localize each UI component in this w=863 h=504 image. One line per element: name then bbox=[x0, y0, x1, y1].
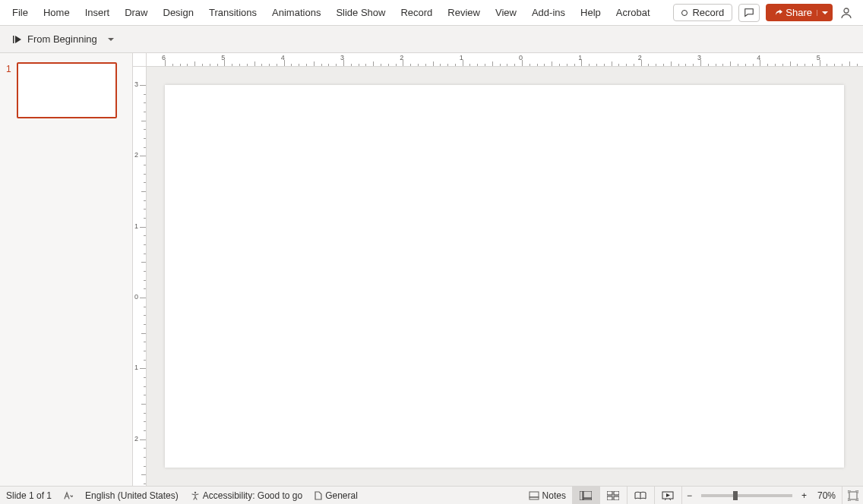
tag-icon bbox=[315, 491, 322, 500]
tab-transitions[interactable]: Transitions bbox=[201, 0, 264, 26]
tab-insert[interactable]: Insert bbox=[77, 0, 118, 26]
accessibility-icon bbox=[191, 491, 200, 500]
status-language[interactable]: English (United States) bbox=[79, 487, 185, 505]
svg-rect-11 bbox=[614, 496, 619, 500]
tab-slideshow[interactable]: Slide Show bbox=[328, 0, 393, 26]
notes-label: Notes bbox=[542, 490, 566, 501]
fit-to-window-button[interactable] bbox=[842, 487, 863, 505]
notes-icon bbox=[529, 491, 539, 500]
record-button[interactable]: Record bbox=[673, 4, 732, 21]
reading-view-button[interactable] bbox=[627, 487, 654, 505]
status-bar: Slide 1 of 1 English (United States) Acc… bbox=[0, 486, 863, 504]
svg-rect-7 bbox=[583, 499, 592, 500]
status-slide-info: Slide 1 of 1 bbox=[0, 487, 58, 505]
svg-rect-4 bbox=[529, 497, 539, 499]
svg-rect-10 bbox=[607, 496, 612, 500]
normal-view-button[interactable] bbox=[572, 487, 599, 505]
tab-review[interactable]: Review bbox=[440, 0, 488, 26]
comments-button[interactable] bbox=[738, 4, 760, 22]
slide-thumbnail-1[interactable] bbox=[17, 62, 117, 118]
horizontal-ruler[interactable]: 6543210123456 bbox=[147, 53, 863, 67]
zoom-in-button[interactable]: + bbox=[797, 487, 811, 505]
slideshow-view-button[interactable] bbox=[654, 487, 681, 505]
zoom-slider[interactable] bbox=[701, 494, 792, 497]
ribbon-right: Record Share bbox=[673, 4, 858, 22]
tab-help[interactable]: Help bbox=[573, 0, 609, 26]
chevron-down-icon bbox=[108, 36, 114, 43]
tab-animations[interactable]: Animations bbox=[264, 0, 328, 26]
content-area: 1 6543210123456 3210123 bbox=[0, 53, 863, 486]
from-beginning-dropdown[interactable] bbox=[103, 33, 119, 46]
account-button[interactable] bbox=[839, 5, 854, 20]
slide-edit-area: 6543210123456 3210123 bbox=[133, 53, 863, 486]
record-dot-icon bbox=[681, 10, 688, 16]
tab-view[interactable]: View bbox=[488, 0, 524, 26]
svg-point-2 bbox=[194, 491, 196, 493]
svg-rect-5 bbox=[580, 491, 583, 500]
fit-icon bbox=[848, 490, 858, 501]
tab-record[interactable]: Record bbox=[393, 0, 440, 26]
vertical-ruler[interactable]: 3210123 bbox=[133, 67, 147, 486]
person-icon bbox=[840, 7, 852, 19]
svg-rect-8 bbox=[607, 491, 612, 495]
status-accessibility[interactable]: Accessibility: Good to go bbox=[185, 487, 308, 505]
slide-sorter-button[interactable] bbox=[599, 487, 627, 505]
zoom-slider-thumb[interactable] bbox=[733, 491, 738, 500]
spellcheck-icon bbox=[64, 491, 73, 500]
reading-view-icon bbox=[634, 491, 646, 500]
ruler-corner bbox=[133, 53, 147, 67]
svg-rect-6 bbox=[583, 491, 592, 498]
tab-home[interactable]: Home bbox=[36, 0, 77, 26]
zoom-out-button[interactable]: − bbox=[681, 487, 697, 505]
status-spellcheck[interactable] bbox=[58, 487, 79, 505]
slide-thumb-wrap: 1 bbox=[6, 62, 126, 118]
share-icon bbox=[773, 8, 782, 17]
share-button[interactable]: Share bbox=[766, 4, 833, 21]
slide-thumbnail-pane: 1 bbox=[0, 53, 133, 486]
from-beginning-button[interactable]: From Beginning bbox=[6, 30, 103, 48]
tab-file[interactable]: File bbox=[5, 0, 36, 26]
record-button-label: Record bbox=[692, 7, 724, 18]
ribbon-tabs: File Home Insert Draw Design Transitions… bbox=[0, 0, 863, 26]
view-buttons bbox=[572, 487, 681, 505]
svg-rect-9 bbox=[614, 491, 619, 495]
tab-draw[interactable]: Draw bbox=[117, 0, 155, 26]
normal-view-icon bbox=[580, 491, 592, 500]
slide-canvas[interactable] bbox=[165, 85, 844, 468]
svg-rect-3 bbox=[529, 492, 539, 497]
slideshow-icon bbox=[662, 491, 674, 500]
share-dropdown[interactable] bbox=[817, 10, 828, 16]
zoom-percent[interactable]: 70% bbox=[811, 487, 842, 505]
tab-addins[interactable]: Add-ins bbox=[524, 0, 573, 26]
svg-rect-1 bbox=[13, 36, 14, 43]
status-sensitivity[interactable]: General bbox=[308, 487, 364, 505]
tab-design[interactable]: Design bbox=[156, 0, 201, 26]
chevron-down-icon bbox=[822, 10, 828, 16]
slide-sorter-icon bbox=[607, 491, 619, 500]
play-from-start-icon bbox=[12, 34, 23, 45]
status-accessibility-label: Accessibility: Good to go bbox=[203, 490, 302, 501]
svg-point-0 bbox=[844, 8, 849, 13]
comment-icon bbox=[744, 8, 754, 18]
ribbon-toolbar: From Beginning bbox=[0, 26, 863, 53]
notes-button[interactable]: Notes bbox=[523, 487, 572, 505]
from-beginning-label: From Beginning bbox=[27, 33, 97, 45]
svg-rect-15 bbox=[849, 492, 857, 499]
share-button-label: Share bbox=[786, 7, 812, 18]
slide-thumb-number: 1 bbox=[6, 62, 14, 118]
status-right: Notes − + 70% bbox=[523, 487, 863, 505]
status-sensitivity-label: General bbox=[325, 490, 358, 501]
tab-acrobat[interactable]: Acrobat bbox=[609, 0, 658, 26]
